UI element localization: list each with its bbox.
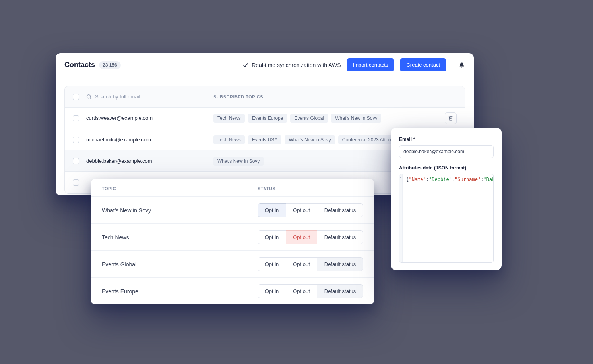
delete-contact-button[interactable]: [445, 112, 457, 124]
search-cell: Search by full email...: [86, 94, 213, 100]
contacts-count-badge: 23 156: [99, 61, 121, 69]
json-content[interactable]: {"Name":"Debbie","Surname":"Baker"}: [403, 174, 494, 262]
topic-tag: What's New in Sovy: [331, 114, 381, 123]
topic-name: Events Europe: [102, 288, 258, 295]
json-gutter: 1: [399, 174, 403, 262]
row-checkbox[interactable]: [73, 115, 79, 121]
email-field-label: Email *: [399, 137, 494, 142]
topic-row: Events Global Opt in Opt out Default sta…: [91, 250, 374, 277]
topic-tag: Events Europe: [248, 114, 287, 123]
topic-tag: Tech News: [213, 114, 245, 123]
json-editor[interactable]: 1 {"Name":"Debbie","Surname":"Baker"}: [399, 174, 494, 263]
import-contacts-button[interactable]: Import contacts: [347, 58, 395, 71]
topic-tag: Events Global: [290, 114, 328, 123]
contact-email: debbie.baker@example.com: [86, 158, 213, 164]
topic-row: What's New in Sovy Opt in Opt out Defaul…: [91, 196, 374, 223]
search-input[interactable]: Search by full email...: [95, 94, 144, 100]
opt-out-button[interactable]: Opt out: [286, 257, 317, 271]
opt-in-button[interactable]: Opt in: [258, 284, 286, 298]
opt-out-button[interactable]: Opt out: [286, 284, 317, 298]
row-checkbox[interactable]: [73, 137, 79, 143]
table-header-row: Search by full email... SUBSCRIBED TOPIC…: [65, 86, 465, 108]
topics-panel: TOPIC STATUS What's New in Sovy Opt in O…: [91, 179, 374, 304]
header-divider: [453, 61, 453, 69]
topic-tag: Tech News: [213, 135, 245, 144]
contact-tags: Tech News Events Europe Events Global Wh…: [213, 114, 438, 123]
create-contact-button[interactable]: Create contact: [400, 58, 446, 71]
default-status-button[interactable]: Default status: [317, 284, 363, 298]
contact-email: michael.mitc@example.com: [86, 137, 213, 143]
sync-text: Real-time synchronization with AWS: [252, 62, 341, 68]
topic-tag: Events USA: [248, 135, 282, 144]
topic-name: Tech News: [102, 234, 258, 241]
subscribed-topics-header: SUBSCRIBED TOPICS: [213, 94, 263, 99]
status-column-header: STATUS: [258, 186, 363, 191]
status-toggle: Opt in Opt out Default status: [258, 257, 363, 271]
opt-in-button[interactable]: Opt in: [258, 230, 286, 244]
attributes-field-label: Attributes data (JSON format): [399, 165, 494, 171]
status-toggle: Opt in Opt out Default status: [258, 284, 363, 298]
svg-point-0: [87, 94, 91, 98]
topic-tag: What's New in Sovy: [285, 135, 335, 144]
svg-line-1: [90, 98, 92, 99]
bell-icon[interactable]: [459, 62, 465, 68]
opt-out-button[interactable]: Opt out: [286, 230, 317, 244]
page-title: Contacts: [64, 61, 95, 69]
default-status-button[interactable]: Default status: [317, 203, 363, 217]
check-icon: [243, 62, 248, 68]
default-status-button[interactable]: Default status: [317, 257, 363, 271]
table-row[interactable]: curtis.weaver@example.com Tech News Even…: [65, 108, 465, 129]
status-toggle: Opt in Opt out Default status: [258, 203, 363, 217]
topics-header-cell: SUBSCRIBED TOPICS: [213, 94, 438, 99]
default-status-button[interactable]: Default status: [317, 230, 363, 244]
topic-name: What's New in Sovy: [102, 207, 258, 214]
topic-tag: What's New in Sovy: [213, 157, 264, 166]
opt-out-button[interactable]: Opt out: [286, 203, 317, 217]
attributes-panel: Email * Attributes data (JSON format) 1 …: [391, 128, 502, 270]
topic-name: Events Global: [102, 261, 258, 268]
topic-row: Tech News Opt in Opt out Default status: [91, 223, 374, 250]
row-checkbox[interactable]: [73, 158, 79, 164]
opt-in-button[interactable]: Opt in: [258, 203, 286, 217]
topics-header: TOPIC STATUS: [91, 179, 374, 196]
select-all-cell: [73, 94, 86, 100]
trash-icon: [448, 116, 453, 121]
row-checkbox[interactable]: [73, 179, 79, 186]
email-field[interactable]: [399, 145, 494, 158]
opt-in-button[interactable]: Opt in: [258, 257, 286, 271]
topic-row: Events Europe Opt in Opt out Default sta…: [91, 277, 374, 304]
search-icon: [86, 94, 92, 100]
contacts-header: Contacts 23 156 Real-time synchronizatio…: [56, 53, 474, 77]
status-toggle: Opt in Opt out Default status: [258, 230, 363, 244]
select-all-checkbox[interactable]: [73, 94, 79, 100]
topic-column-header: TOPIC: [102, 186, 258, 191]
sync-status: Real-time synchronization with AWS: [243, 62, 341, 68]
contact-email: curtis.weaver@example.com: [86, 115, 213, 121]
